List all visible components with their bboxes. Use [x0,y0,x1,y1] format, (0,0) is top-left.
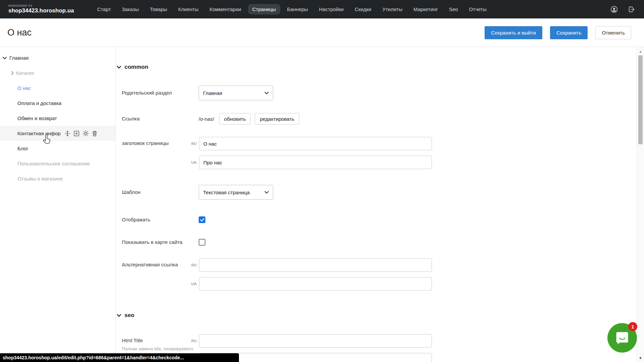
nav-item-comments[interactable]: Комментарии [205,4,245,14]
sidebar-item-blog[interactable]: Блог [0,141,115,156]
lang-tag-ru: RU [187,339,197,343]
select-value: Главная [203,90,222,96]
cancel-button[interactable]: Отменить [595,26,631,39]
logout-icon[interactable] [628,6,635,13]
edit-form-panel: common Родительский раздел Главная Ссылк… [116,47,637,362]
page-title-row: заголовок страницы RU UA [122,137,637,169]
chevron-right-icon [11,71,14,75]
lang-tag-ru: RU [187,263,197,267]
parent-section-row: Родительский раздел Главная [122,86,637,100]
sidebar-item-kontaktnaya[interactable]: Контактная инфор [0,126,115,141]
alt-link-row: Альтернативная ссылка RU UA [122,258,637,291]
template-row: Шаблон Текстовая страница [122,185,637,200]
sidebar-item-label: Оплата и доставка [17,100,61,106]
sidebar-item-glavnaya[interactable]: Главная [0,50,115,65]
field-hint: Полная замена title, генерируемого [122,346,187,352]
scrollbar-thumb[interactable] [638,55,643,144]
sidebar-item-label: Блог [17,146,28,151]
nav-item-reports[interactable]: Отчеты [465,4,491,14]
field-label: Альтернативная ссылка [122,258,187,268]
chevron-down-icon [264,92,269,95]
add-icon[interactable] [73,131,80,137]
nav-item-discounts[interactable]: Скидки [350,4,376,14]
move-icon[interactable] [64,131,70,137]
account-icon[interactable] [610,6,618,13]
scroll-up-icon[interactable]: ▲ [637,50,644,53]
sidebar-item-label: О нас [17,85,31,91]
nav-item-products[interactable]: Товары [145,4,171,14]
section-common-toggle[interactable]: common [117,63,637,71]
select-value: Текстовая страница [203,190,250,195]
chat-widget-button[interactable]: 1 [607,323,637,353]
field-label: Html Title [122,338,187,344]
chevron-down-icon [264,191,269,194]
main-nav: Старт Заказы Товары Клиенты Комментарии … [93,4,491,14]
section-seo-toggle[interactable]: seo [117,311,637,319]
sidebar-item-agreement[interactable]: Пользовательское соглашение [0,156,115,171]
sitemap-row: Показывать в карте сайта [122,239,637,246]
field-label: Отображать [122,217,199,223]
section-title: seo [125,312,134,319]
parent-section-select[interactable]: Главная [199,86,273,100]
lang-tag-ua: UA [187,282,197,286]
save-and-exit-button[interactable]: Сохранить и выйти [485,26,542,39]
sidebar-item-katalog[interactable]: Каталог [0,65,115,81]
section-title: common [125,64,148,70]
nav-item-settings[interactable]: Настройки [314,4,348,14]
page-header: О нас Сохранить и выйти Сохранить Отмени… [0,18,644,47]
html-title-ru-input[interactable] [199,334,432,348]
edit-link-button[interactable]: редактировать [255,113,299,124]
sidebar-item-label: Обмен и возврат [17,115,57,121]
gear-icon[interactable] [83,130,89,137]
nav-item-clients[interactable]: Клиенты [174,4,203,14]
chat-unread-badge: 1 [628,322,637,331]
brand-logo[interactable]: HOROSHOP V4 shop34423.horoshop.ua [8,4,74,14]
nav-item-start[interactable]: Старт [93,4,115,14]
trash-icon[interactable] [92,131,97,137]
chevron-down-icon [117,314,121,317]
sitemap-checkbox[interactable] [199,239,205,246]
link-row: Ссылка /o-nas/ обновить редактировать [122,113,637,124]
sidebar-item-reviews[interactable]: Отзывы о магазине [0,171,115,186]
nav-item-marketing[interactable]: Маркетинг [409,4,442,14]
lang-tag-ru: RU [187,142,197,146]
nav-item-utilities[interactable]: Утилиты [378,4,407,14]
sidebar-item-label: Главная [9,55,29,61]
page-title-ru-input[interactable] [199,137,432,150]
nav-item-seo[interactable]: Seo [445,4,462,14]
scroll-down-icon[interactable]: ▼ [637,356,644,360]
link-path: /o-nas/ [199,116,214,122]
link-preview-statusbar: shop34423.horoshop.ua/edit/edit.php?id=6… [0,353,239,362]
nav-item-banners[interactable]: Баннеры [283,4,312,14]
sidebar-item-oplata[interactable]: Оплата и доставка [0,96,115,111]
pages-tree-sidebar: Главная Каталог О нас Оплата и доставка … [0,47,116,362]
field-label: Показывать в карте сайта [122,239,199,245]
alt-link-ua-input[interactable] [199,277,432,291]
sidebar-item-o-nas[interactable]: О нас [0,81,115,96]
chat-bubble-icon [614,330,630,346]
nav-item-orders[interactable]: Заказы [117,4,143,14]
page-title: О нас [7,28,32,38]
template-select[interactable]: Текстовая страница [199,185,273,200]
display-checkbox[interactable] [199,216,205,223]
check-icon [200,218,204,222]
chevron-down-icon [117,66,121,69]
display-row: Отображать [122,216,637,223]
chevron-down-icon [3,57,7,59]
nav-item-pages[interactable]: Страницы [248,4,280,14]
field-label: Шаблон [122,189,199,195]
brand-domain: shop34423.horoshop.ua [8,8,74,14]
page-title-ua-input[interactable] [199,156,432,169]
lang-tag-ua: UA [187,160,197,164]
sidebar-item-label: Отзывы о магазине [17,176,63,182]
save-button[interactable]: Сохранить [550,26,588,39]
sidebar-item-label: Каталог [16,70,35,76]
field-label: заголовок страницы [122,137,187,146]
vertical-scrollbar: ▲ ▼ [637,47,644,362]
sidebar-item-obmen[interactable]: Обмен и возврат [0,111,115,126]
field-label: Родительский раздел [122,90,199,96]
refresh-link-button[interactable]: обновить [219,113,251,124]
statusbar-text: shop34423.horoshop.ua/edit/edit.php?id=6… [3,355,184,360]
alt-link-ru-input[interactable] [199,258,432,272]
sidebar-item-label: Пользовательское соглашение [17,161,90,166]
